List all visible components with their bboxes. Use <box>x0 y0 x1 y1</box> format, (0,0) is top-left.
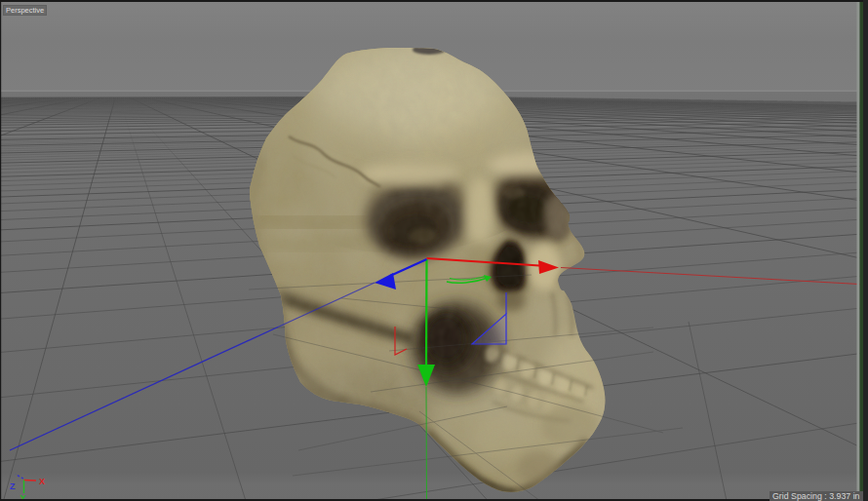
svg-text:Z: Z <box>10 482 16 491</box>
svg-text:X: X <box>39 477 45 486</box>
